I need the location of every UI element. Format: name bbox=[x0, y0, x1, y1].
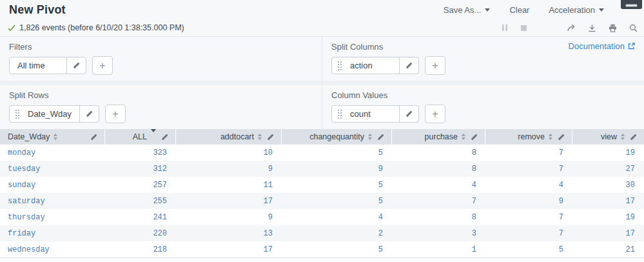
row-label-cell[interactable]: friday bbox=[0, 229, 105, 238]
value-cell[interactable]: 17 bbox=[176, 197, 282, 206]
value-cell[interactable]: 7 bbox=[392, 197, 485, 206]
add-column-value-button[interactable]: + bbox=[425, 105, 445, 123]
edit-column-icon[interactable] bbox=[469, 136, 478, 138]
value-cell[interactable]: 241 bbox=[105, 213, 176, 222]
value-cell[interactable]: 13 bbox=[176, 229, 282, 238]
column-header-changequantity[interactable]: changequantity bbox=[282, 129, 392, 145]
edit-filter-button[interactable] bbox=[66, 57, 86, 74]
value-cell[interactable]: 8 bbox=[392, 213, 485, 222]
sort-icon[interactable] bbox=[549, 134, 552, 140]
row-label-cell[interactable]: monday bbox=[0, 148, 105, 157]
add-split-row-button[interactable]: + bbox=[105, 105, 126, 123]
value-cell[interactable]: 17 bbox=[572, 229, 644, 238]
value-cell[interactable]: 5 bbox=[282, 148, 392, 157]
drag-handle-icon[interactable] bbox=[337, 61, 342, 71]
value-cell[interactable]: 8 bbox=[392, 165, 485, 174]
edit-column-icon[interactable] bbox=[376, 136, 385, 138]
pause-icon[interactable] bbox=[502, 24, 508, 32]
edit-column-icon[interactable] bbox=[266, 136, 275, 138]
value-cell[interactable]: 9 bbox=[176, 165, 282, 174]
column-header-addtocart[interactable]: addtocart bbox=[176, 129, 282, 145]
value-cell[interactable]: 7 bbox=[485, 213, 572, 222]
save-as-menu-button[interactable]: Save As... bbox=[444, 5, 491, 15]
value-cell[interactable]: 19 bbox=[572, 213, 644, 222]
add-filter-button[interactable]: + bbox=[92, 56, 113, 75]
edit-column-icon[interactable] bbox=[556, 136, 565, 138]
filter-pill-all-time[interactable]: All time bbox=[9, 57, 86, 74]
print-icon[interactable] bbox=[609, 24, 617, 32]
column-header-purchase[interactable]: purchase bbox=[392, 129, 485, 145]
value-cell[interactable]: 7 bbox=[485, 165, 572, 174]
table-row: friday2201323717 bbox=[0, 225, 644, 241]
value-cell[interactable]: 5 bbox=[485, 245, 572, 254]
value-cell[interactable]: 17 bbox=[176, 245, 282, 254]
value-cell[interactable]: 5 bbox=[282, 181, 392, 190]
add-split-column-button[interactable]: + bbox=[425, 56, 445, 75]
filters-section: Filters All time + bbox=[0, 37, 322, 85]
value-cell[interactable]: 4 bbox=[485, 181, 572, 190]
value-cell[interactable]: 3 bbox=[392, 229, 485, 238]
edit-column-icon[interactable] bbox=[629, 136, 638, 138]
split-column-pill-action[interactable]: action bbox=[331, 57, 419, 74]
value-cell[interactable]: 1 bbox=[392, 245, 485, 254]
value-cell[interactable]: 4 bbox=[282, 213, 392, 222]
edit-split-row-button[interactable] bbox=[79, 106, 99, 122]
column-header-remove[interactable]: remove bbox=[485, 129, 572, 145]
value-cell[interactable]: 312 bbox=[105, 165, 176, 174]
sort-icon[interactable] bbox=[368, 134, 372, 140]
acceleration-menu-button[interactable]: Acceleration bbox=[549, 5, 604, 15]
value-cell[interactable]: 10 bbox=[176, 148, 282, 157]
value-cell[interactable]: 257 bbox=[105, 181, 176, 190]
value-cell[interactable]: 220 bbox=[105, 229, 176, 238]
stop-icon[interactable] bbox=[520, 25, 527, 32]
value-cell[interactable]: 7 bbox=[485, 148, 572, 157]
sort-icon[interactable] bbox=[462, 134, 465, 140]
value-cell[interactable]: 255 bbox=[105, 197, 176, 206]
value-cell[interactable]: 17 bbox=[572, 197, 644, 206]
value-cell[interactable]: 19 bbox=[572, 148, 644, 157]
documentation-link[interactable]: Documentation bbox=[569, 41, 635, 51]
row-label-cell[interactable]: wednesday bbox=[0, 245, 105, 254]
drag-handle-icon[interactable] bbox=[15, 109, 20, 119]
edit-column-icon[interactable] bbox=[160, 136, 169, 138]
search-icon[interactable] bbox=[629, 24, 638, 32]
sort-icon[interactable] bbox=[621, 134, 625, 140]
column-value-pill-count[interactable]: count bbox=[331, 105, 419, 123]
edit-column-value-button[interactable] bbox=[399, 106, 418, 122]
sort-descending-icon[interactable] bbox=[151, 132, 156, 141]
column-header-view[interactable]: view bbox=[572, 129, 644, 145]
row-label-cell[interactable]: tuesday bbox=[0, 165, 105, 174]
column-header-all[interactable]: ALL bbox=[105, 129, 176, 145]
value-cell[interactable]: 9 bbox=[485, 197, 572, 206]
value-cell[interactable]: 5 bbox=[282, 245, 392, 254]
split-row-pill-date-wday[interactable]: Date_Wday bbox=[9, 105, 99, 123]
table-header-row: Date_WdayALLaddtocartchangequantitypurch… bbox=[0, 129, 644, 145]
row-label-cell[interactable]: thursday bbox=[0, 213, 105, 222]
value-cell[interactable]: 27 bbox=[572, 165, 644, 174]
value-cell[interactable]: 7 bbox=[485, 229, 572, 238]
value-cell[interactable]: 5 bbox=[282, 197, 392, 206]
value-cell[interactable]: 9 bbox=[282, 165, 392, 174]
edit-split-column-button[interactable] bbox=[399, 57, 418, 74]
value-cell[interactable]: 11 bbox=[176, 181, 282, 190]
value-cell[interactable]: 30 bbox=[572, 181, 644, 190]
column-label: view bbox=[601, 132, 617, 141]
value-cell[interactable]: 218 bbox=[105, 245, 176, 254]
panel-toggle-button[interactable] bbox=[621, 0, 642, 9]
sort-icon[interactable] bbox=[258, 134, 262, 140]
row-label-cell[interactable]: saturday bbox=[0, 197, 105, 206]
value-cell[interactable]: 8 bbox=[392, 148, 485, 157]
share-icon[interactable] bbox=[567, 24, 576, 32]
value-cell[interactable]: 21 bbox=[572, 245, 644, 254]
value-cell[interactable]: 323 bbox=[105, 148, 176, 157]
column-header-date_wday[interactable]: Date_Wday bbox=[0, 129, 105, 145]
drag-handle-icon[interactable] bbox=[337, 109, 342, 119]
value-cell[interactable]: 9 bbox=[176, 213, 282, 222]
value-cell[interactable]: 2 bbox=[282, 229, 392, 238]
row-label-cell[interactable]: sunday bbox=[0, 181, 105, 190]
export-icon[interactable] bbox=[588, 24, 596, 32]
edit-column-icon[interactable] bbox=[89, 136, 98, 138]
value-cell[interactable]: 4 bbox=[392, 181, 485, 190]
sort-icon[interactable] bbox=[54, 134, 57, 140]
clear-button[interactable]: Clear bbox=[509, 5, 529, 15]
